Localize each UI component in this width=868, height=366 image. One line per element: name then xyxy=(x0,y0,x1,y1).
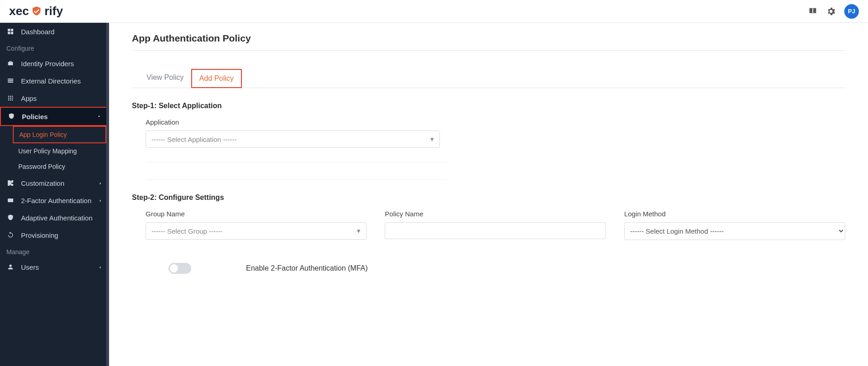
dashboard-icon xyxy=(6,27,15,36)
sidebar-subitem-app-login-policy[interactable]: App Login Policy xyxy=(13,126,106,143)
briefcase-icon xyxy=(6,59,15,68)
docs-icon[interactable] xyxy=(808,6,818,16)
svg-point-7 xyxy=(8,96,10,97)
shield-icon xyxy=(7,112,16,120)
step1-title: Step-1: Select Application xyxy=(132,102,845,110)
sidebar-item-apps[interactable]: Apps xyxy=(0,89,109,107)
sidebar-item-label: App Login Policy xyxy=(19,131,67,138)
tabs: View Policy Add Policy xyxy=(132,69,845,88)
shield-check-icon xyxy=(6,214,15,222)
brand-shield-icon xyxy=(31,5,42,17)
sidebar-item-customization[interactable]: Customization xyxy=(0,174,109,192)
list-icon xyxy=(6,77,15,85)
mfa-toggle[interactable] xyxy=(168,263,191,274)
step2-title: Step-2: Configure Settings xyxy=(132,193,845,202)
tab-add-policy[interactable]: Add Policy xyxy=(191,69,242,88)
brand-logo: xec rify xyxy=(9,4,63,18)
chevron-right-icon xyxy=(98,197,103,204)
label-group-name: Group Name xyxy=(146,210,366,218)
svg-rect-5 xyxy=(8,80,13,81)
topbar: xec rify PJ xyxy=(0,0,868,23)
sidebar-item-label: Dashboard xyxy=(21,28,54,36)
svg-point-12 xyxy=(12,98,13,99)
svg-point-13 xyxy=(8,99,10,101)
svg-rect-2 xyxy=(8,32,10,34)
application-select-placeholder: ------ Select Application ------ xyxy=(152,136,237,143)
caret-down-icon: ▾ xyxy=(357,227,361,235)
puzzle-icon xyxy=(6,179,15,187)
label-application: Application xyxy=(146,118,845,126)
sync-icon xyxy=(6,231,15,239)
gear-icon[interactable] xyxy=(826,6,836,16)
sidebar-section-manage: Manage xyxy=(0,244,109,258)
label-policy-name: Policy Name xyxy=(385,210,606,218)
sidebar-item-external-directories[interactable]: External Directories xyxy=(0,72,109,89)
sidebar-item-label: Identity Providers xyxy=(21,60,74,68)
page-title: App Authentication Policy xyxy=(132,33,845,51)
sidebar-item-label: Provisioning xyxy=(21,231,58,239)
sidebar-item-identity-providers[interactable]: Identity Providers xyxy=(0,55,109,72)
svg-rect-0 xyxy=(8,29,10,31)
svg-point-8 xyxy=(10,96,11,97)
sidebar-item-label: External Directories xyxy=(21,77,81,85)
label-login-method: Login Method xyxy=(624,210,845,218)
brand-text-1: xec xyxy=(9,4,29,18)
sidebar-subitem-user-policy-mapping[interactable]: User Policy Mapping xyxy=(0,143,109,159)
avatar-initials: PJ xyxy=(848,8,855,15)
svg-point-17 xyxy=(9,265,11,267)
divider xyxy=(146,179,447,180)
user-icon xyxy=(6,263,15,271)
svg-point-9 xyxy=(12,96,13,97)
tab-view-policy[interactable]: View Policy xyxy=(139,69,191,88)
sidebar-section-configure: Configure xyxy=(0,40,109,55)
login-method-select[interactable]: ------ Select Login Method ------ xyxy=(624,222,845,240)
sidebar-subitem-password-policy[interactable]: Password Policy xyxy=(0,159,109,174)
group-select-placeholder: ------ Select Group ------ xyxy=(152,227,223,235)
divider xyxy=(146,162,447,162)
group-select[interactable]: ------ Select Group ------ ▾ xyxy=(146,222,366,240)
caret-down-icon: ▾ xyxy=(430,135,434,143)
policy-name-input[interactable] xyxy=(385,222,606,239)
avatar[interactable]: PJ xyxy=(844,4,859,19)
svg-point-14 xyxy=(10,99,11,101)
application-select[interactable]: ------ Select Application ------ ▾ xyxy=(146,131,440,148)
sidebar-item-label: Users xyxy=(21,263,39,271)
content-area: App Authentication Policy View Policy Ad… xyxy=(109,23,868,366)
sidebar-item-dashboard[interactable]: Dashboard xyxy=(0,23,109,40)
svg-point-10 xyxy=(8,98,10,99)
brand-text-2: rify xyxy=(44,4,63,18)
sidebar-item-label: Adaptive Authentication xyxy=(21,214,93,222)
sidebar-item-label: User Policy Mapping xyxy=(18,147,77,155)
sidebar-item-policies[interactable]: Policies xyxy=(0,107,109,126)
chevron-right-icon xyxy=(98,179,103,187)
svg-rect-4 xyxy=(8,78,13,79)
sidebar-item-label: Customization xyxy=(21,179,64,187)
sidebar-item-label: Policies xyxy=(22,113,48,120)
svg-rect-3 xyxy=(11,32,13,34)
sidebar-item-2fa[interactable]: 2-Factor Authentication xyxy=(0,192,109,209)
sidebar-item-provisioning[interactable]: Provisioning xyxy=(0,226,109,244)
svg-point-11 xyxy=(10,98,11,99)
keypad-icon xyxy=(6,196,15,204)
svg-point-15 xyxy=(12,99,13,101)
sidebar-item-label: 2-Factor Authentication xyxy=(21,197,91,204)
sidebar-item-users[interactable]: Users xyxy=(0,258,109,276)
grid-icon xyxy=(6,94,15,102)
svg-rect-16 xyxy=(8,199,13,202)
chevron-down-icon xyxy=(96,113,102,120)
sidebar-item-label: Password Policy xyxy=(18,163,65,170)
sidebar-item-adaptive-auth[interactable]: Adaptive Authentication xyxy=(0,209,109,226)
sidebar-item-label: Apps xyxy=(21,94,37,102)
sidebar: Dashboard Configure Identity Providers E… xyxy=(0,23,109,366)
svg-rect-6 xyxy=(8,82,13,83)
mfa-toggle-label: Enable 2-Factor Authentication (MFA) xyxy=(246,264,368,272)
svg-rect-1 xyxy=(11,29,13,31)
chevron-right-icon xyxy=(98,263,103,271)
